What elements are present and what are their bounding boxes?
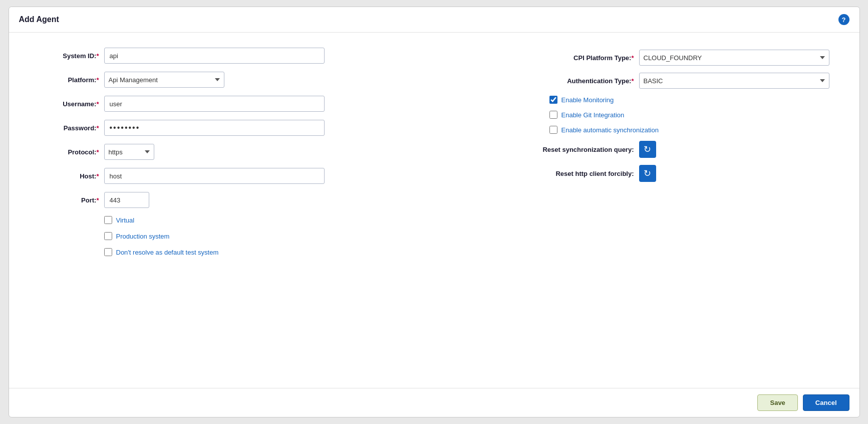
username-row: Username:*	[39, 96, 424, 112]
reset-http-button[interactable]: ↺	[639, 165, 656, 182]
virtual-label[interactable]: Virtual	[116, 217, 135, 224]
reset-sync-label: Reset synchronization query:	[534, 146, 634, 153]
enable-auto-sync-row: Enable automatic synchronization	[549, 126, 829, 134]
production-label[interactable]: Production system	[116, 233, 170, 240]
dialog-footer: Save Cancel	[9, 388, 859, 417]
reset-http-row: Reset http client forcibly: ↺	[444, 165, 829, 182]
save-button[interactable]: Save	[757, 394, 797, 411]
reset-http-icon: ↺	[644, 168, 651, 179]
production-row: Production system	[104, 232, 424, 240]
help-icon[interactable]: ?	[838, 14, 849, 25]
dialog-title: Add Agent	[19, 15, 59, 24]
dialog-body: System ID:* Platform:* Api Management Us…	[9, 33, 859, 388]
reset-sync-button[interactable]: ↺	[639, 141, 656, 158]
system-id-row: System ID:*	[39, 48, 424, 64]
system-id-input[interactable]	[104, 48, 325, 64]
reset-sync-icon: ↺	[644, 144, 651, 155]
protocol-label: Protocol:*	[39, 148, 99, 156]
auth-type-row: Authentication Type:* BASIC	[444, 73, 829, 89]
auth-type-label: Authentication Type:*	[534, 77, 634, 85]
enable-git-checkbox[interactable]	[549, 111, 557, 119]
enable-git-row: Enable Git Integration	[549, 111, 829, 119]
enable-monitoring-row: Enable Monitoring	[549, 96, 829, 104]
port-label: Port:*	[39, 196, 99, 204]
password-row: Password:*	[39, 120, 424, 136]
right-column: CPI Platform Type:* CLOUD_FOUNDRY Authen…	[444, 48, 829, 373]
reset-sync-row: Reset synchronization query: ↺	[444, 141, 829, 158]
host-input[interactable]	[104, 168, 325, 184]
add-agent-dialog: Add Agent ? System ID:* Platform:* Api M…	[9, 7, 860, 417]
platform-row: Platform:* Api Management	[39, 72, 424, 88]
password-input[interactable]	[104, 120, 325, 136]
port-row: Port:*	[39, 192, 424, 208]
reset-http-label: Reset http client forcibly:	[534, 170, 634, 177]
dont-resolve-label[interactable]: Don't resolve as default test system	[116, 249, 219, 256]
username-label: Username:*	[39, 100, 99, 108]
enable-git-label[interactable]: Enable Git Integration	[561, 111, 625, 119]
virtual-checkbox[interactable]	[104, 216, 112, 224]
platform-select[interactable]: Api Management	[104, 72, 224, 88]
port-input[interactable]	[104, 192, 149, 208]
cancel-button[interactable]: Cancel	[803, 394, 849, 411]
dialog-header: Add Agent ?	[9, 7, 859, 33]
virtual-row: Virtual	[104, 216, 424, 224]
dont-resolve-row: Don't resolve as default test system	[104, 248, 424, 256]
username-input[interactable]	[104, 96, 325, 112]
production-checkbox[interactable]	[104, 232, 112, 240]
enable-monitoring-checkbox[interactable]	[549, 96, 557, 104]
host-label: Host:*	[39, 172, 99, 180]
enable-monitoring-label[interactable]: Enable Monitoring	[561, 96, 614, 104]
protocol-row: Protocol:* https http	[39, 144, 424, 160]
platform-label: Platform:*	[39, 76, 99, 84]
password-label: Password:*	[39, 124, 99, 132]
cpi-platform-row: CPI Platform Type:* CLOUD_FOUNDRY	[444, 50, 829, 66]
auth-type-select[interactable]: BASIC	[639, 73, 829, 89]
left-column: System ID:* Platform:* Api Management Us…	[39, 48, 424, 373]
enable-auto-sync-label[interactable]: Enable automatic synchronization	[561, 126, 659, 134]
cpi-platform-label: CPI Platform Type:*	[534, 54, 634, 62]
system-id-label: System ID:*	[39, 52, 99, 60]
protocol-select[interactable]: https http	[104, 144, 154, 160]
cpi-platform-select[interactable]: CLOUD_FOUNDRY	[639, 50, 829, 66]
host-row: Host:*	[39, 168, 424, 184]
dont-resolve-checkbox[interactable]	[104, 248, 112, 256]
enable-auto-sync-checkbox[interactable]	[549, 126, 557, 134]
